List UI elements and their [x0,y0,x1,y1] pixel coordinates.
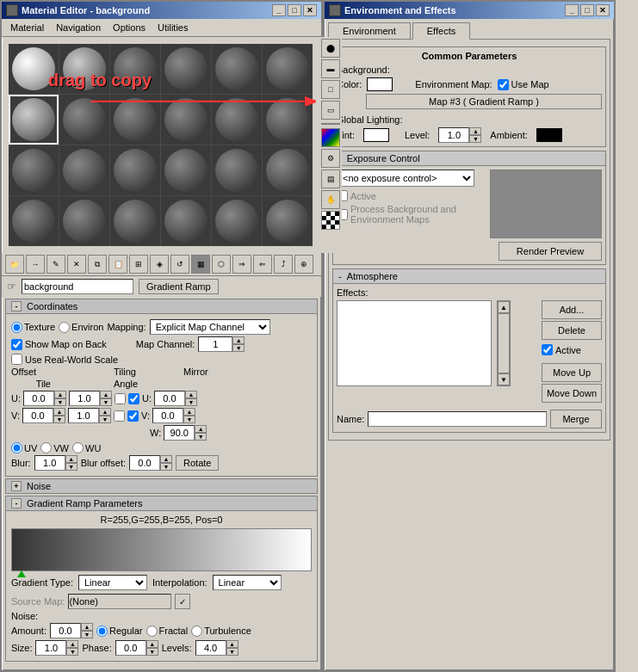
sphere-cell-3-2[interactable] [59,145,109,195]
env-close-button[interactable]: ✕ [596,4,610,16]
blur-offset-input[interactable] [129,455,160,471]
sphere-cell-2-5[interactable] [212,95,262,145]
color-picker-btn[interactable] [321,128,340,147]
rotate-button[interactable]: Rotate [176,455,219,471]
phase-input[interactable] [115,640,146,656]
interpolation-select[interactable]: Linear [213,575,282,590]
background-color-swatch[interactable] [367,77,393,91]
source-map-button[interactable]: ✓ [175,594,190,609]
noise-header[interactable]: + Noise [5,478,318,494]
environ-radio-label[interactable]: Environ [59,322,103,333]
u-tiling-up[interactable]: ▲ [100,391,112,398]
amount-input[interactable] [50,623,81,638]
atm-active-label[interactable]: Active [542,344,602,355]
u-tile-checkbox[interactable] [128,393,139,404]
noise-toggle[interactable]: + [11,481,22,491]
sphere-cell-1-6[interactable] [263,44,313,94]
use-map-checkbox-label[interactable]: Use Map [498,79,549,90]
gradient-stop-arrow[interactable] [17,570,26,577]
atmosphere-header[interactable]: - Atmosphere [332,268,606,284]
level-up[interactable]: ▲ [469,127,481,135]
map-channel-down[interactable]: ▼ [232,344,245,352]
v-tiling-up[interactable]: ▲ [99,408,111,416]
cylinder-view-btn[interactable]: ▬ [321,59,340,78]
u-angle-down[interactable]: ▼ [185,398,197,406]
v-offset-up[interactable]: ▲ [53,408,65,416]
exposure-header[interactable]: - Exposure Control [332,151,606,166]
v-tiling-spinbox[interactable]: ▲▼ [68,408,111,423]
scroll-up-btn[interactable]: ▲ [498,301,510,313]
make-unique-btn[interactable]: ◈ [150,255,169,274]
blur-input[interactable] [34,455,65,471]
process-bg-checkbox-label[interactable]: Process Background and Environment Maps [337,204,485,225]
mapping-select[interactable]: Explicit Map Channel [150,319,270,335]
blur-up[interactable]: ▲ [65,455,77,463]
u-tiling-down[interactable]: ▼ [100,398,112,406]
fractal-radio[interactable] [146,626,158,637]
put-material-btn[interactable]: → [26,255,45,274]
amount-spinbox[interactable]: ▲▼ [50,623,93,638]
w-angle-input[interactable] [164,425,195,441]
sphere-cell-1-4[interactable] [161,44,211,94]
copy-btn[interactable]: ⧉ [88,255,107,274]
w-angle-up[interactable]: ▲ [195,425,207,433]
show-map-checkbox-label[interactable]: Show Map on Back [11,339,107,350]
go-fwd2-btn[interactable]: ⊕ [294,255,313,274]
sphere-cell-2-6[interactable] [263,95,313,145]
u-offset-down[interactable]: ▼ [54,398,66,406]
gradient-ramp-header[interactable]: - Gradient Ramp Parameters [5,496,318,511]
get-material-btn[interactable]: 📁 [5,255,24,274]
vw-radio-label[interactable]: VW [40,442,69,453]
show-map-checkbox[interactable] [11,339,22,350]
map-channel-up[interactable]: ▲ [232,336,245,344]
atmosphere-toggle[interactable]: - [338,271,342,281]
env-minimize-button[interactable]: _ [565,4,579,16]
blur-offset-spinbox[interactable]: ▲▼ [129,455,172,471]
tab-effects[interactable]: Effects [412,22,470,40]
amount-down[interactable]: ▼ [81,631,93,638]
wu-radio-label[interactable]: WU [72,442,101,453]
v-tiling-input[interactable] [68,408,99,423]
pick-material-btn[interactable]: ✎ [46,255,65,274]
active-checkbox-label[interactable]: Active [337,190,485,201]
level-input[interactable] [438,127,469,143]
sphere-cell-1-5[interactable] [212,44,262,94]
map-type-label[interactable]: Gradient Ramp [139,279,219,294]
levels-up[interactable]: ▲ [226,640,238,648]
drag-mode-btn[interactable]: ✋ [321,190,340,209]
env-maximize-button[interactable]: □ [580,4,594,16]
sphere-cell-4-5[interactable] [212,196,262,246]
gradient-ramp-toggle[interactable]: - [11,498,22,509]
material-name-input[interactable] [22,279,133,294]
sphere-cell-2-2[interactable] [59,95,109,145]
sphere-cell-4-3[interactable] [110,196,160,246]
coordinates-header[interactable]: - Coordinates [5,299,318,314]
gradient-type-select[interactable]: Linear [78,575,147,590]
levels-spinbox[interactable]: ▲▼ [195,640,238,656]
blur-down[interactable]: ▼ [65,463,77,471]
sphere-cell-4-2[interactable] [59,196,109,246]
fractal-radio-label[interactable]: Fractal [146,626,189,637]
gradient-preview[interactable] [11,528,312,571]
sphere-view-btn[interactable]: ⬤ [321,39,340,58]
go-back-btn[interactable]: ⇐ [253,255,272,274]
real-world-checkbox-label[interactable]: Use Real-World Scale [11,354,118,365]
size-up[interactable]: ▲ [66,640,78,648]
menu-material[interactable]: Material [5,21,49,34]
u-angle-input[interactable] [154,391,185,406]
paste-instance-btn[interactable]: ⊞ [129,255,148,274]
map-channel-spinbox[interactable]: ▲ ▼ [198,336,245,352]
move-up-button[interactable]: Move Up [542,363,602,382]
clear-btn[interactable]: ✕ [67,255,86,274]
show-map-btn[interactable]: ▦ [191,255,210,274]
effects-list[interactable] [337,300,492,386]
v-offset-down[interactable]: ▼ [53,416,65,423]
levels-down[interactable]: ▼ [226,648,238,656]
v-offset-input[interactable] [22,408,53,423]
level-spinbox[interactable]: ▲▼ [438,127,481,143]
v-tile-checkbox[interactable] [127,410,139,422]
go-forward-btn[interactable]: ⇒ [232,255,251,274]
scroll-track[interactable] [498,313,510,373]
v-angle-input[interactable] [152,408,183,423]
vw-radio[interactable] [40,442,52,453]
